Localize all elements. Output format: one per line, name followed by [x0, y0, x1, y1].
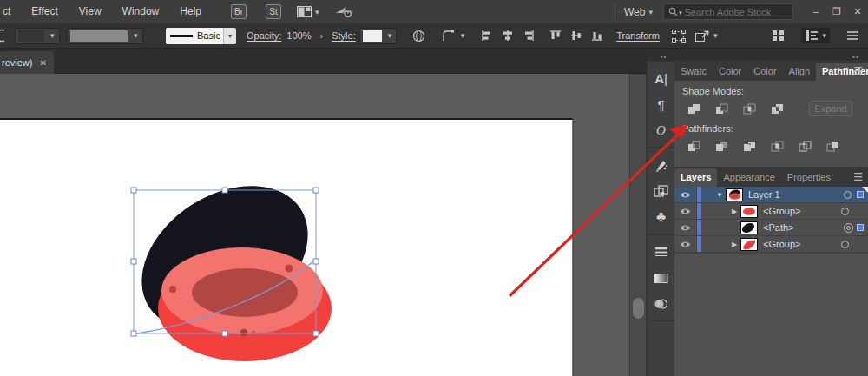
chevron-down-icon[interactable]: ▼ — [713, 191, 726, 199]
tab-align[interactable]: Align — [783, 63, 816, 81]
compact-powder-shape[interactable] — [192, 268, 298, 317]
menu-item-effect[interactable]: Effect — [21, 0, 68, 23]
layer-thumbnail[interactable] — [740, 205, 758, 218]
document-tab[interactable]: review) ✕ — [0, 51, 54, 74]
layer-thumbnail[interactable] — [726, 188, 743, 201]
visibility-toggle[interactable] — [674, 236, 697, 252]
menu-item-help[interactable]: Help — [169, 0, 212, 23]
gradient-panel-icon[interactable] — [648, 265, 674, 291]
tab-appearance[interactable]: Appearance — [717, 168, 780, 187]
align-bottom-icon[interactable] — [591, 30, 603, 42]
panel-menu-icon[interactable]: ☰ — [853, 66, 863, 76]
target-circle-targeted[interactable] — [844, 223, 853, 233]
tab-color[interactable]: Color — [713, 63, 747, 81]
layer-name[interactable]: <Group> — [763, 239, 841, 249]
bounding-box-icon[interactable] — [672, 30, 686, 43]
align-left-icon[interactable] — [481, 30, 493, 42]
chevron-right-icon[interactable]: ▶ — [728, 241, 740, 248]
target-circle[interactable] — [841, 208, 849, 215]
canvas-area[interactable] — [0, 74, 629, 376]
selection-indicator[interactable] — [857, 224, 864, 231]
stroke-panel-icon[interactable] — [648, 239, 674, 265]
close-button[interactable]: ✕ — [847, 0, 868, 23]
merge-button[interactable] — [738, 137, 760, 155]
restore-button[interactable]: ❐ — [826, 0, 847, 23]
transform-label[interactable]: Transform — [616, 30, 660, 41]
align-v-center-icon[interactable] — [570, 30, 582, 42]
stock-button[interactable]: St — [266, 4, 281, 19]
brushes-panel-icon[interactable] — [648, 152, 674, 178]
panel-menu-icon[interactable]: ☰ — [853, 172, 863, 182]
layer-row-layer1[interactable]: ▼ Layer 1 — [674, 187, 868, 203]
panel-list-icon[interactable] — [846, 30, 859, 41]
transparency-panel-icon[interactable] — [648, 291, 674, 317]
crop-button[interactable] — [766, 137, 788, 155]
tab-swatches[interactable]: Swatc — [674, 63, 713, 81]
divide-button[interactable] — [682, 137, 705, 155]
trim-button[interactable] — [710, 137, 733, 155]
opentype-panel-icon[interactable]: O — [648, 117, 674, 143]
collapse-dock-icon[interactable]: ▪▪ — [661, 53, 667, 61]
opacity-value[interactable]: 100% — [286, 30, 311, 41]
minimize-button[interactable]: – — [806, 0, 826, 23]
style-dropdown[interactable]: ▾ — [359, 28, 397, 44]
minus-front-button[interactable] — [710, 100, 733, 117]
layer-row-group2[interactable]: ▶ <Group> — [674, 236, 868, 253]
visibility-toggle[interactable] — [674, 203, 697, 219]
tab-color-guide[interactable]: Color — [747, 63, 782, 81]
align-top-icon[interactable] — [549, 30, 562, 42]
expand-button[interactable]: Expand — [809, 101, 852, 116]
workspace-switcher[interactable]: Web — [624, 6, 645, 18]
style-label[interactable]: Style: — [332, 30, 356, 41]
align-right-icon[interactable] — [523, 30, 535, 42]
align-h-center-icon[interactable] — [502, 30, 514, 42]
minus-back-button[interactable] — [821, 137, 844, 155]
arrange-grid-icon[interactable] — [772, 30, 785, 42]
share-icon[interactable] — [335, 5, 352, 18]
visibility-toggle[interactable] — [674, 220, 697, 235]
visibility-toggle[interactable] — [674, 187, 697, 202]
menu-item-object[interactable]: ct — [0, 0, 21, 23]
outline-button[interactable] — [793, 137, 816, 155]
workspace-switcher-icon[interactable]: ▾ — [801, 28, 830, 43]
stroke-color-dropdown[interactable]: ▾ — [67, 28, 143, 44]
chevron-right-icon[interactable]: ▶ — [728, 208, 740, 215]
intersect-button[interactable] — [738, 100, 760, 117]
character-panel-icon[interactable]: A| — [648, 65, 674, 91]
opacity-label[interactable]: Opacity: — [247, 30, 281, 41]
layer-name[interactable]: Layer 1 — [748, 189, 844, 200]
search-scope-chevron-icon[interactable]: ▾ — [679, 10, 682, 16]
search-adobe-stock-box[interactable]: ▾ — [663, 3, 793, 20]
target-circle[interactable] — [841, 241, 849, 248]
paragraph-panel-icon[interactable]: ¶ — [648, 91, 674, 117]
isolate-selection-icon[interactable]: ▾ — [694, 30, 718, 43]
graphic-styles-panel-icon[interactable] — [648, 178, 674, 204]
chevron-right-icon[interactable]: › — [320, 30, 324, 41]
scrollbar-thumb[interactable] — [633, 298, 644, 319]
tab-properties[interactable]: Properties — [781, 168, 837, 187]
arrange-documents-icon[interactable]: ▾ — [297, 6, 319, 17]
bridge-button[interactable]: Br — [231, 4, 247, 19]
layer-thumbnail[interactable] — [740, 221, 758, 234]
layer-row-path[interactable]: ▶ <Path> — [674, 220, 868, 236]
search-input[interactable] — [685, 7, 788, 17]
layer-name[interactable]: <Path> — [763, 222, 844, 233]
tab-layers[interactable]: Layers — [674, 168, 717, 187]
menu-item-view[interactable]: View — [69, 0, 112, 23]
menu-item-window[interactable]: Window — [112, 0, 170, 23]
fill-color-dropdown[interactable]: ▾ — [15, 28, 60, 44]
symbols-panel-icon[interactable]: ♣ — [648, 204, 674, 230]
stroke-style-dropdown[interactable]: Basic ▾ — [166, 28, 236, 44]
document-setup-icon[interactable] — [412, 30, 425, 43]
vertical-scrollbar[interactable] — [629, 74, 647, 376]
close-tab-icon[interactable]: ✕ — [39, 58, 46, 68]
exclude-button[interactable] — [766, 100, 788, 117]
corner-widget-icon[interactable]: ▾ — [442, 30, 465, 43]
chevron-down-icon: ▾ — [315, 8, 319, 16]
unite-button[interactable] — [682, 100, 705, 117]
collapse-dock-icon[interactable]: ▪▪ — [852, 53, 859, 61]
layer-row-group1[interactable]: ▶ <Group> — [674, 203, 868, 220]
layer-thumbnail[interactable] — [740, 238, 758, 251]
layer-name[interactable]: <Group> — [763, 206, 841, 216]
target-circle[interactable] — [844, 191, 852, 199]
